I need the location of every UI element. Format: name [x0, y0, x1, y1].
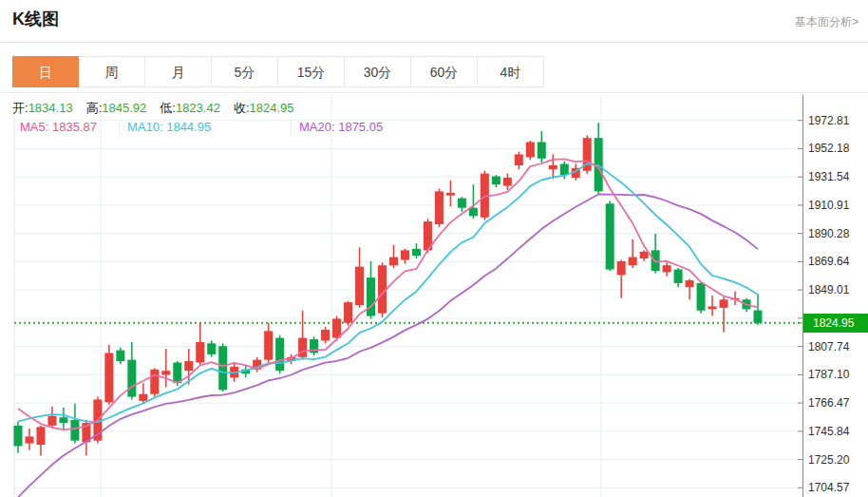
candle-body [355, 267, 364, 305]
candle-body [640, 252, 649, 258]
candle-body [720, 299, 728, 308]
candle-body [378, 265, 387, 313]
candle-body [36, 427, 45, 445]
candle-body [446, 193, 455, 196]
y-axis-label: 1972.81 [808, 114, 865, 127]
ohlc-value: 1845.92 [102, 101, 146, 115]
y-axis-label: 1869.64 [808, 255, 865, 268]
candle-body [332, 318, 341, 337]
candle-body [686, 280, 694, 287]
candle-body [104, 353, 113, 402]
candle-body [127, 360, 136, 397]
ohlc-value: 1823.42 [176, 101, 220, 115]
candle-body [492, 177, 500, 185]
candle-body [663, 265, 671, 272]
candle-body [344, 302, 352, 323]
candle-body [139, 394, 147, 401]
candle-body [674, 270, 683, 283]
ma20-legend: MA20: 1875.05 [292, 118, 434, 136]
candle-body [606, 203, 614, 269]
candle-body [207, 343, 216, 354]
candle-body [59, 417, 67, 423]
candle-body [617, 261, 626, 275]
ohlc-legend: 开:1834.13高:1845.92低:1823.42收:1824.95 [12, 99, 308, 117]
candle-body [435, 191, 443, 224]
candle-body [150, 370, 159, 394]
candle-body [651, 250, 660, 271]
candle-body [458, 199, 466, 208]
candle-body [275, 338, 284, 372]
candle-body [412, 249, 421, 256]
y-axis-label: 1704.57 [808, 481, 865, 494]
candle-body [629, 258, 637, 266]
candle-body [70, 420, 79, 441]
candle-body [298, 338, 307, 357]
y-axis-label: 1931.54 [808, 170, 865, 183]
y-axis-label: 1952.18 [808, 142, 865, 155]
ohlc-value: 1824.95 [250, 101, 294, 115]
candle-body [389, 258, 398, 266]
candle-body [401, 250, 409, 259]
ohlc-label: 低: [160, 101, 176, 115]
candle-body [526, 142, 535, 157]
ohlc-value: 1834.13 [28, 101, 73, 115]
candle-body [754, 311, 763, 323]
candle-body [184, 361, 193, 371]
y-axis-label: 1745.84 [808, 425, 865, 438]
candle-body [503, 178, 512, 186]
candle-body [218, 346, 227, 390]
candle-body [196, 342, 204, 363]
y-axis-label: 1766.47 [808, 396, 865, 410]
candle-body [14, 426, 23, 447]
candle-body [264, 331, 273, 359]
candle-body [116, 351, 124, 362]
candle-body [697, 283, 706, 311]
candle-body [560, 164, 569, 176]
y-axis-label: 1910.91 [808, 199, 865, 212]
candle-body [708, 306, 717, 309]
candle-body [367, 277, 375, 315]
y-axis-label: 1849.01 [808, 283, 865, 296]
candle-body [321, 330, 330, 341]
ma20-line [18, 195, 758, 497]
ma10-legend: MA10: 1844.95 [120, 118, 292, 136]
candle-body [161, 371, 170, 374]
ohlc-label: 收: [234, 101, 250, 115]
ohlc-label: 高: [86, 101, 103, 115]
y-axis-label: 1807.74 [808, 340, 865, 354]
candle-body [515, 154, 523, 165]
candle-body [549, 165, 557, 169]
ma5-legend: MA5: 1835.87 [12, 118, 120, 136]
candle-body [25, 436, 33, 443]
y-axis-label: 1725.20 [808, 453, 865, 467]
ohlc-label: 开: [12, 101, 28, 115]
candle-body [47, 416, 56, 426]
candle-body [469, 208, 478, 217]
y-axis-label: 1890.28 [808, 227, 865, 240]
ma5-line [18, 159, 758, 430]
y-axis-label: 1787.10 [808, 368, 865, 381]
ma-legend: MA5: 1835.87MA10: 1844.95MA20: 1875.05 [12, 118, 434, 136]
candle-body [538, 142, 546, 158]
current-price-tag: 1824.95 [803, 314, 868, 333]
kline-chart-canvas[interactable] [0, 0, 868, 497]
